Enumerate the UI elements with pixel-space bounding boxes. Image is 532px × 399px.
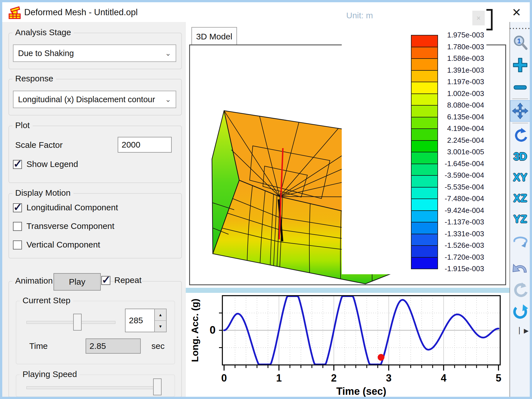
legend-value-label: -1.720e-003	[414, 253, 484, 262]
toolbar-grip-icon[interactable]: ·······	[510, 24, 530, 33]
view-toolbar: ······· 1	[509, 22, 530, 397]
chevron-down-icon: ⌄	[165, 95, 171, 104]
analysis-stage-select[interactable]: Due to Shaking ⌄	[13, 44, 176, 62]
legend-value-label: 1.197e-003	[414, 77, 484, 86]
app-icon	[8, 6, 21, 19]
analysis-stage-group: Analysis Stage Due to Shaking ⌄	[8, 33, 182, 69]
legend-close-icon[interactable]: ×	[472, 11, 485, 25]
tab-3d-model[interactable]: 3D Model	[191, 27, 237, 46]
orbit-rotate-icon[interactable]	[510, 230, 530, 249]
legend-value-label: 1.975e-003	[414, 30, 484, 39]
display-motion-group: Display Motion Longitudinal ComponentTra…	[8, 193, 182, 258]
response-group: Response Longitudinal (x) Displacement c…	[8, 79, 182, 115]
acceleration-chart: 0123450Time (sec)Long. Acc. (g)	[187, 293, 511, 399]
time-unit-label: sec	[151, 341, 165, 351]
legend-value-label: -5.535e-004	[414, 182, 484, 191]
current-step-label: Current Step	[20, 296, 73, 305]
view-3d-button[interactable]: 3D	[510, 148, 530, 165]
chevron-down-icon: ⌄	[165, 49, 171, 58]
undo-arrow-icon[interactable]	[510, 258, 530, 278]
legend-value-label: -3.590e-004	[414, 171, 484, 180]
response-value: Longitudinal (x) Displacement contour	[18, 95, 155, 104]
current-step-slider-thumb[interactable]	[73, 314, 82, 331]
x-tick-label: 2	[331, 372, 337, 384]
toolbar-expand-icon[interactable]: ▏▶	[510, 327, 530, 335]
legend-value-label: 4.190e-004	[414, 124, 484, 133]
control-panel: Analysis Stage Due to Shaking ⌄ Response…	[2, 22, 185, 397]
playing-speed-slider-track[interactable]	[26, 386, 162, 389]
time-value-field: 2.85	[86, 338, 141, 354]
analysis-stage-label: Analysis Stage	[12, 28, 74, 37]
x-tick-label: 0	[221, 372, 227, 384]
legend-value-label: -9.424e-004	[414, 206, 484, 215]
repeat-label: Repeat	[114, 275, 142, 285]
y-zero-label: 0	[210, 324, 216, 336]
analysis-stage-value: Due to Shaking	[18, 49, 74, 58]
loop-rotate-icon[interactable]	[510, 280, 530, 300]
horizontal-separator	[186, 288, 509, 293]
legend-panel: Unit: m × 1.975e-0031.780e-0031.586e-003…	[342, 5, 486, 274]
play-button[interactable]: Play	[53, 273, 101, 291]
legend-value-label: 2.245e-004	[414, 136, 484, 145]
time-label: Time	[29, 341, 48, 351]
legend-value-label: 8.080e-004	[414, 101, 484, 110]
display-motion-checkbox[interactable]	[13, 203, 22, 212]
legend-value-label: 1.002e-003	[414, 89, 484, 98]
pan-icon-selected[interactable]	[510, 100, 530, 122]
scale-factor-input[interactable]	[118, 137, 172, 153]
view-xz-button[interactable]: XZ	[510, 190, 530, 207]
current-step-group: Current Step ▲ ▼ Time 2.85 sec	[16, 301, 175, 364]
y-axis-title: Long. Acc. (g)	[189, 298, 200, 362]
spinner-down-button[interactable]: ▼	[155, 321, 166, 332]
close-icon[interactable]: ✕	[509, 5, 524, 20]
display-motion-item-label: Transverse Component	[26, 221, 114, 231]
display-motion-checkbox[interactable]	[13, 222, 22, 231]
x-tick-label: 3	[386, 372, 392, 384]
view-yz-button[interactable]: YZ	[510, 211, 530, 228]
legend-value-label: -1.645e-004	[414, 159, 484, 168]
x-tick-label: 1	[276, 372, 282, 384]
x-tick-label: 4	[441, 372, 446, 384]
current-step-spinner: ▲ ▼	[154, 309, 167, 332]
zoom-in-icon[interactable]	[510, 55, 530, 75]
app-window: Deformed Mesh - Untitled.opl ✕ Analysis …	[0, 0, 532, 399]
legend-value-label: 1.780e-003	[414, 42, 484, 51]
legend-value-label: -1.331e-003	[414, 229, 484, 238]
legend-value-label: 3.001e-005	[414, 147, 484, 156]
current-time-marker	[378, 354, 385, 361]
show-legend-label: Show Legend	[26, 159, 78, 169]
x-axis-title: Time (sec)	[336, 385, 386, 397]
view-xy-button[interactable]: XY	[510, 169, 530, 186]
show-legend-checkbox[interactable]	[13, 160, 22, 169]
playing-speed-label: Playing Speed	[20, 369, 80, 379]
legend-unit-label: Unit: m	[346, 11, 373, 20]
legend-value-label: -7.480e-004	[414, 194, 484, 203]
acceleration-chart-svg: 0123450Time (sec)Long. Acc. (g)	[187, 293, 511, 399]
legend-value-label: -1.915e-003	[414, 264, 484, 273]
repeat-checkbox[interactable]	[101, 276, 110, 285]
zoom-out-icon[interactable]	[510, 79, 530, 96]
current-step-value[interactable]	[125, 309, 154, 332]
legend-value-label: 1.391e-003	[414, 66, 484, 75]
playing-speed-group: Playing Speed	[16, 375, 175, 397]
plot-label: Plot	[12, 121, 33, 130]
display-motion-label: Display Motion	[12, 188, 73, 198]
legend-value-label: 6.135e-004	[414, 112, 484, 121]
legend-value-label: -1.137e-003	[414, 217, 484, 226]
response-select[interactable]: Longitudinal (x) Displacement contour ⌄	[13, 91, 176, 108]
scale-factor-label: Scale Factor	[15, 140, 62, 150]
x-tick-label: 5	[496, 372, 501, 384]
current-step-slider-track[interactable]	[26, 321, 115, 324]
display-motion-item-label: Longitudinal Component	[26, 203, 118, 212]
svg-text:1: 1	[517, 37, 521, 45]
spinner-up-button[interactable]: ▲	[155, 309, 166, 321]
zoom-actual-icon[interactable]: 1	[510, 33, 530, 52]
legend-value-label: -1.526e-003	[414, 241, 484, 250]
rotate-icon[interactable]	[510, 126, 530, 145]
display-motion-checkbox[interactable]	[13, 240, 22, 249]
animation-label: Animation	[12, 276, 55, 286]
toolbar-separator	[512, 123, 528, 123]
playing-speed-slider-thumb[interactable]	[153, 378, 162, 395]
redo-refresh-icon[interactable]	[510, 302, 530, 322]
toolbar-separator	[512, 99, 528, 99]
